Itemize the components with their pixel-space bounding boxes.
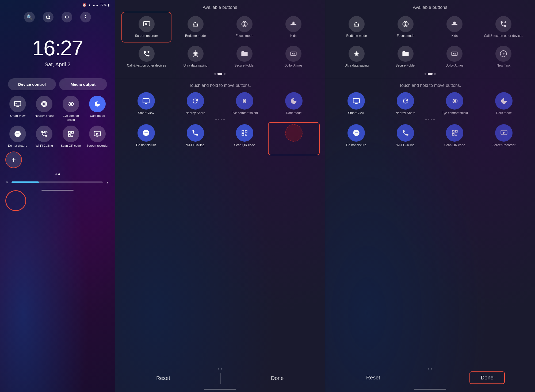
- avail-dolby-3[interactable]: Dolby Atmos: [431, 42, 479, 71]
- avail-ultra-data[interactable]: Ultra data saving: [171, 42, 219, 71]
- touch-hold-label-3: Touch and hold to move buttons.: [325, 80, 535, 90]
- reset-button-2[interactable]: Reset: [146, 372, 181, 384]
- search-button[interactable]: 🔍: [24, 12, 35, 22]
- avail-ultra-data-label-3: Ultra data saving: [345, 64, 369, 68]
- avail-screen-recorder-icon: [139, 16, 155, 32]
- active-dnd-2[interactable]: Do not disturb: [123, 124, 170, 148]
- active-nearby-share-label-2: Nearby Share: [185, 111, 205, 115]
- active-dark-mode-icon-3: [495, 92, 513, 110]
- active-wifi-calling-3[interactable]: Wi-Fi Calling: [382, 124, 429, 148]
- svg-point-1: [70, 103, 72, 105]
- done-button-2[interactable]: Done: [260, 372, 295, 384]
- avail-secure-folder-3[interactable]: Secure Folder: [382, 42, 430, 71]
- svg-point-0: [16, 103, 17, 104]
- nearby-share-icon: [36, 96, 52, 112]
- avail-focus-mode[interactable]: Focus mode: [220, 13, 268, 41]
- avail-call-text-label: Call & text on other devices: [127, 64, 166, 68]
- active-screen-recorder-3[interactable]: Screen recorder: [480, 124, 528, 148]
- wifi-icon: ▲: [88, 3, 91, 7]
- active-nearby-share-label-3: Nearby Share: [396, 111, 415, 115]
- active-scan-qr-3[interactable]: Scan QR code: [431, 124, 478, 148]
- dnd-tile[interactable]: Do not disturb: [5, 126, 30, 148]
- svg-point-11: [244, 53, 245, 54]
- avail-secure-folder-label: Secure Folder: [234, 64, 254, 68]
- home-indicator-2: [204, 389, 236, 390]
- avail-bedtime-mode[interactable]: Bedtime mode: [171, 13, 219, 41]
- eye-comfort-tile[interactable]: Eye comfort shield: [59, 96, 83, 122]
- media-output-button[interactable]: Media output: [59, 78, 107, 90]
- avail-bedtime-3[interactable]: Bedtime mode: [333, 13, 381, 41]
- wifi-calling-icon: [36, 126, 52, 142]
- dark-mode-tile[interactable]: Dark mode: [85, 96, 110, 122]
- screen-recorder-tile[interactable]: Screen recorder: [85, 126, 110, 148]
- avail-call-text-3[interactable]: Call & text on other devices: [480, 13, 528, 41]
- device-control-button[interactable]: Device control: [8, 78, 56, 90]
- power-button[interactable]: ⏻: [43, 12, 54, 22]
- brightness-menu-icon[interactable]: ⋮: [105, 180, 110, 185]
- active-eye-comfort-3[interactable]: Eye comfort shield: [431, 92, 478, 115]
- active-scan-qr-icon-2: [236, 124, 253, 142]
- avail-dolby-icon: [285, 46, 301, 62]
- active-scan-qr-2[interactable]: Scan QR code: [221, 124, 268, 148]
- active-nearby-share-3[interactable]: Nearby Share: [382, 92, 429, 115]
- brightness-bar[interactable]: ☀ ⋮: [0, 178, 115, 187]
- home-indicator-3: [414, 389, 446, 390]
- avail-focus-3[interactable]: Focus mode: [382, 13, 430, 41]
- brightness-track[interactable]: [12, 181, 103, 183]
- active-wifi-calling-label-2: Wi-Fi Calling: [186, 143, 204, 148]
- dark-mode-label: Dark mode: [90, 114, 105, 118]
- dot-2: [58, 173, 60, 175]
- avail-secure-folder[interactable]: Secure Folder: [220, 42, 268, 71]
- avail-new-task-label-3: New Task: [497, 64, 511, 68]
- brightness-low-icon: ☀: [5, 180, 9, 184]
- active-smart-view-2[interactable]: Smart View: [123, 92, 170, 115]
- scan-qr-tile[interactable]: Scan QR code: [59, 126, 83, 148]
- quick-tiles-row2: Do not disturb Wi-Fi Calling Scan QR cod…: [0, 122, 115, 148]
- wifi-calling-tile[interactable]: Wi-Fi Calling: [32, 126, 57, 148]
- wifi-calling-label: Wi-Fi Calling: [36, 144, 53, 148]
- avail-call-text[interactable]: Call & text on other devices: [123, 42, 170, 71]
- active-dark-mode-3[interactable]: Dark mode: [480, 92, 528, 115]
- avail-kids[interactable]: Kids: [269, 13, 317, 41]
- pdot-1: [214, 73, 216, 75]
- svg-rect-12: [291, 52, 296, 56]
- active-dark-mode-2[interactable]: Dark mode: [270, 92, 317, 115]
- more-button[interactable]: ⋮: [80, 12, 91, 22]
- avail-ultra-data-3[interactable]: Ultra data saving: [333, 42, 381, 71]
- avail-focus-label: Focus mode: [236, 34, 253, 38]
- active-grid-3: Smart View Nearby Share Eye comfort shie…: [325, 90, 535, 115]
- avail-kids-label-3: Kids: [452, 34, 458, 38]
- pdot3-2: [428, 73, 433, 75]
- nearby-share-tile[interactable]: Nearby Share: [32, 96, 57, 122]
- active-smart-view-icon-3: [347, 92, 365, 110]
- phone-panel: ⏰ ▲ ▲▲ 77% ▮ 🔍 ⏻ ⚙ ⋮ 16:27 Sat, April 2 …: [0, 0, 115, 392]
- dnd-label: Do not disturb: [8, 144, 27, 148]
- active-dnd-icon-3: [347, 124, 365, 142]
- active-screen-recorder-label-3: Screen recorder: [492, 143, 515, 148]
- avail-dolby[interactable]: Dolby Atmos: [269, 42, 317, 71]
- active-dnd-label-2: Do not disturb: [136, 143, 156, 148]
- smart-view-tile[interactable]: Smart View: [5, 96, 30, 122]
- avail-screen-recorder[interactable]: Screen recorder: [123, 13, 170, 41]
- active-dnd-icon-2: [137, 124, 155, 142]
- avail-new-task-3[interactable]: New Task: [480, 42, 528, 71]
- settings-button[interactable]: ⚙: [62, 12, 72, 22]
- add-tile-button[interactable]: +: [5, 152, 22, 168]
- signal-icon: ▲▲: [92, 3, 99, 7]
- active-nearby-share-2[interactable]: Nearby Share: [172, 92, 219, 115]
- active-dnd-3[interactable]: Do not disturb: [333, 124, 380, 148]
- done-button-3[interactable]: Done: [469, 371, 505, 384]
- avail-kids-3[interactable]: Kids: [431, 13, 479, 41]
- avail-secure-folder-label-3: Secure Folder: [396, 64, 416, 68]
- empty-slot-icon: [285, 124, 303, 142]
- clock-time: 16:27: [32, 36, 83, 60]
- eye-comfort-icon: [63, 96, 79, 112]
- scan-qr-icon: [63, 126, 79, 142]
- active-smart-view-3[interactable]: Smart View: [333, 92, 380, 115]
- avail-bedtime-icon-3: [349, 16, 365, 32]
- avail-ultra-data-label: Ultra data saving: [184, 64, 208, 68]
- qs-panel-3: Available buttons Bedtime mode Focus mod…: [325, 0, 535, 392]
- active-eye-comfort-2[interactable]: Eye comfort shield: [221, 92, 268, 115]
- active-wifi-calling-2[interactable]: Wi-Fi Calling: [172, 124, 219, 148]
- reset-button-3[interactable]: Reset: [356, 372, 391, 383]
